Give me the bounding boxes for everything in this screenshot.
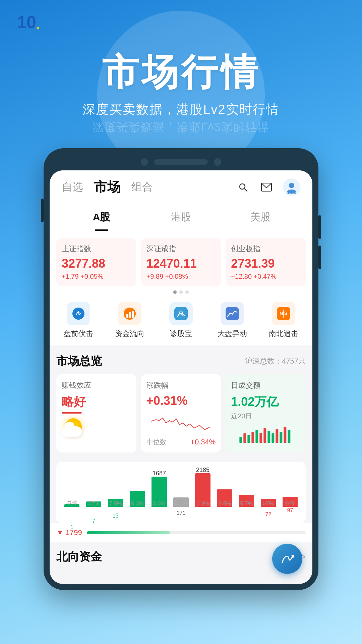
hero-section: 市场行情 深度买卖数据，港股Lv2实时行情 深度买卖数据，港股Lv2实时行情	[0, 38, 362, 148]
progress-bar-fill	[87, 531, 170, 534]
index-cards-row: 上证指数 3277.88 +1.79 +0.05% 深证成指 12470.11 …	[50, 231, 312, 286]
bar-label-flat: 平	[178, 500, 184, 507]
nav-tabs: 自选 市场 组合	[62, 178, 153, 196]
market-overview-header: 市场总览 沪深总数：4757只	[56, 354, 306, 369]
bar-label-35: 3-5%	[219, 501, 231, 507]
hero-subtitle: 深度买卖数据，港股Lv2实时行情	[0, 101, 362, 118]
svg-rect-11	[132, 311, 134, 318]
bar-label-75: 7-5%	[109, 501, 122, 507]
tab-watchlist[interactable]: 自选	[62, 180, 83, 195]
bar-val-up7: 72	[265, 512, 271, 518]
rise-fall-card[interactable]: 涨跌幅 +0.31% 中位数 +0.34%	[141, 374, 221, 452]
bar-val-flat: 171	[177, 510, 186, 516]
phone-mockup: 自选 市场 组合	[0, 148, 362, 590]
distribution-chart-section: 1 跌停 7 >7% 13 7-5%	[56, 462, 306, 523]
market-overview-section: 市场总览 沪深总数：4757只 赚钱效应 略好	[50, 345, 312, 457]
capital-flow-icon	[118, 302, 141, 325]
bar-val-zhangtinng: 97	[287, 507, 293, 514]
arrow-down-icon: ▼	[56, 528, 64, 537]
tab-market[interactable]: 市场	[94, 178, 121, 196]
qa-capital-flow[interactable]: 资金流向	[104, 302, 156, 339]
shanghai-change-pct: +0.05%	[80, 273, 103, 280]
nanbei-icon: N S	[272, 302, 295, 325]
nav-icons	[236, 178, 300, 196]
stock-market-tabs: A股 港股 美股	[50, 204, 312, 231]
progress-label: ▼ 1799	[56, 528, 82, 537]
cloud-icon	[62, 426, 82, 437]
bar-label-57: 5-7%	[240, 501, 253, 507]
bar-col-35: 328 3-5%	[214, 489, 236, 507]
shenzhen-index-card[interactable]: 深证成指 12470.11 +9.89 +0.08%	[141, 238, 221, 286]
svg-rect-9	[126, 314, 128, 318]
qa-market-change[interactable]: 大盘异动	[206, 302, 258, 339]
svg-text:N: N	[280, 311, 283, 316]
search-icon[interactable]	[236, 180, 250, 194]
daily-volume-title: 日成交额	[231, 380, 300, 390]
daily-volume-sub: 近20日	[231, 412, 300, 421]
user-avatar[interactable]	[283, 178, 300, 196]
money-effect-value: 略好	[62, 394, 131, 410]
bar-label-zhangtinng: 涨停	[285, 500, 295, 507]
svg-rect-24	[256, 430, 258, 443]
hero-title: 市场行情	[0, 48, 362, 98]
bar-col-dizting: 1 跌停	[61, 504, 83, 507]
distribution-bars: 1 跌停 7 >7% 13 7-5%	[61, 467, 301, 518]
chinext-index-card[interactable]: 创业板指 2731.39 +12.80 +0.47%	[226, 238, 306, 286]
daily-volume-value: 1.02万亿	[231, 394, 300, 410]
shenzhen-change-pct: +0.08%	[165, 273, 188, 280]
bar-val-dizting: 1	[70, 524, 73, 530]
version-number: 10	[17, 12, 36, 32]
quick-access-row: 盘前伏击 资金流向	[50, 297, 312, 345]
qa-panqian[interactable]: 盘前伏击	[53, 302, 104, 339]
svg-rect-25	[260, 433, 262, 443]
svg-rect-27	[268, 431, 270, 443]
bar-col-30: 1687 3-0%	[148, 477, 170, 507]
fab-button[interactable]	[272, 544, 302, 574]
shanghai-index-card[interactable]: 上证指数 3277.88 +1.79 +0.05%	[56, 238, 136, 286]
bar-col-down7: 7 >7%	[83, 501, 105, 507]
hero-subtitle-mirror: 深度买卖数据，港股Lv2实时行情	[0, 119, 362, 135]
pagination-dots	[50, 286, 312, 297]
svg-point-7	[77, 311, 79, 313]
phone-left-buttons	[41, 199, 44, 222]
zhengubao-icon	[169, 302, 193, 325]
fab-container	[50, 567, 312, 584]
bar-label-03: 0-3%	[196, 501, 209, 507]
bar-label-down7: >7%	[88, 501, 99, 507]
bar-val-03: 2185	[196, 467, 209, 474]
svg-rect-22	[248, 435, 250, 443]
svg-rect-31	[284, 427, 287, 443]
svg-line-1	[244, 189, 247, 191]
money-effect-card[interactable]: 赚钱效应 略好	[56, 374, 136, 452]
progress-bar-container	[87, 531, 306, 534]
meta-value: 4757只	[282, 357, 306, 365]
panqian-icon	[67, 302, 90, 325]
shenzhen-change-abs: +9.89	[146, 273, 164, 280]
daily-volume-card[interactable]: 日成交额 1.02万亿 近20日	[226, 374, 306, 452]
tab-us-shares[interactable]: 美股	[221, 204, 300, 231]
tab-a-shares[interactable]: A股	[62, 204, 141, 231]
tab-hk-shares[interactable]: 港股	[141, 204, 221, 231]
market-change-icon	[221, 302, 244, 325]
bottom-progress-bar: ▼ 1799	[50, 523, 312, 542]
svg-rect-10	[129, 312, 131, 318]
mail-icon[interactable]	[259, 180, 274, 194]
svg-rect-30	[280, 432, 283, 443]
bar-val-down7: 7	[92, 518, 95, 524]
bar-label-30: 3-0%	[153, 501, 165, 507]
qa-nanbei[interactable]: N S 南北追击	[258, 302, 309, 339]
app-nav-bar: 自选 市场 组合	[50, 170, 312, 204]
bar-label-up7: >7%	[263, 501, 274, 507]
money-effect-title: 赚钱效应	[62, 380, 131, 390]
chinext-index-name: 创业板指	[231, 244, 300, 254]
bar-col-zhangtinng: 97 涨停	[279, 497, 301, 507]
bar-label-53: 5-3%	[131, 501, 143, 507]
earpiece-speaker	[154, 159, 208, 165]
bar-col-57: 105 5-7%	[236, 495, 257, 507]
progress-value: 1799	[66, 528, 82, 537]
tab-portfolio[interactable]: 组合	[131, 180, 153, 195]
qa-zhengubao[interactable]: 诊股宝	[156, 302, 207, 339]
svg-rect-21	[244, 433, 246, 443]
svg-rect-23	[252, 432, 254, 443]
median-value: +0.34%	[190, 438, 216, 446]
